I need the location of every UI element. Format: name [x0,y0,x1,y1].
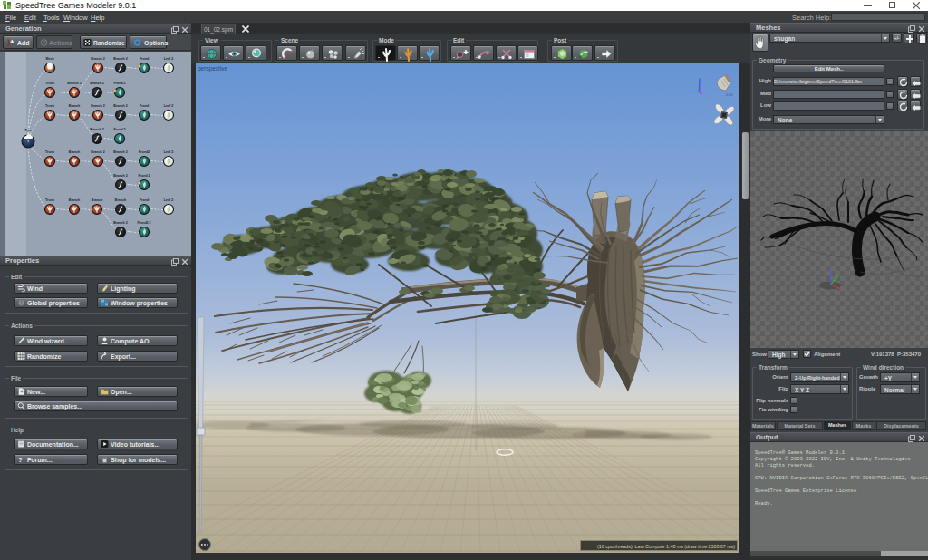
svg-text:Branch 2: Branch 2 [91,150,104,154]
svg-text:Branch 2: Branch 2 [91,104,104,108]
svg-text:Frond2 2: Frond2 2 [137,221,150,225]
svg-text:(16 cpu threads), Last Compute: (16 cpu threads), Last Compute 1.48 ms (… [597,544,735,549]
svg-text:Frond: Frond [140,104,149,108]
svg-text:Leaf 2: Leaf 2 [164,150,173,154]
svg-text:Mesh: Mesh [45,57,53,61]
svg-text:perspective: perspective [198,65,228,72]
svg-text:Branch 2: Branch 2 [113,221,127,225]
svg-text:Branch 2: Branch 2 [91,57,104,61]
svg-text:Branch 2: Branch 2 [113,57,127,61]
svg-text:Branch: Branch [69,150,80,154]
svg-text:Branch 2: Branch 2 [113,104,127,108]
svg-text:Branch: Branch [69,198,80,202]
svg-text:Branch: Branch [115,198,126,202]
svg-text:Frond 2: Frond 2 [113,128,125,131]
svg-text:Leaf 2: Leaf 2 [164,104,173,108]
svg-text:Branch 3: Branch 3 [67,82,81,85]
svg-text:Branch 2: Branch 2 [90,82,103,85]
svg-text:Leaf 2: Leaf 2 [164,57,173,61]
svg-text:Frond: Frond [140,198,149,202]
svg-text:Trunk: Trunk [45,82,54,85]
svg-text:Branch 2: Branch 2 [90,128,103,131]
svg-text:Branch: Branch [92,198,102,202]
svg-text:Trunk: Trunk [45,104,54,108]
svg-text:Branch: Branch [69,104,80,108]
svg-text:Leaf 2: Leaf 2 [164,198,173,202]
svg-text:Frond2: Frond2 [139,150,150,154]
svg-text:Frond: Frond [140,57,149,61]
svg-text:Frond 2: Frond 2 [138,174,150,178]
svg-text:Frond 2: Frond 2 [113,82,125,85]
svg-text:Trunk: Trunk [45,198,54,202]
svg-text:Branch 2: Branch 2 [113,174,127,178]
svg-text:Trunk: Trunk [45,150,54,154]
svg-text:2.00: 2.00 [726,92,734,97]
svg-text:Tree: Tree [24,129,31,132]
svg-text:Branch 2: Branch 2 [113,150,127,154]
